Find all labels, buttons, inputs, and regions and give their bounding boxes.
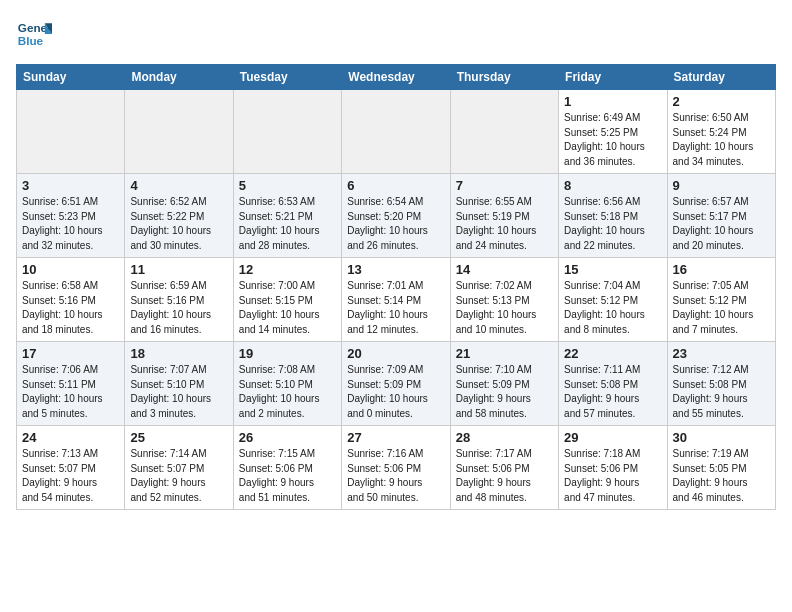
day-number: 8: [564, 178, 661, 193]
day-number: 5: [239, 178, 336, 193]
calendar-cell: 19Sunrise: 7:08 AM Sunset: 5:10 PM Dayli…: [233, 342, 341, 426]
weekday-header: Thursday: [450, 65, 558, 90]
calendar-cell: [125, 90, 233, 174]
day-info: Sunrise: 7:14 AM Sunset: 5:07 PM Dayligh…: [130, 447, 227, 505]
day-number: 24: [22, 430, 119, 445]
calendar-cell: 14Sunrise: 7:02 AM Sunset: 5:13 PM Dayli…: [450, 258, 558, 342]
day-info: Sunrise: 7:12 AM Sunset: 5:08 PM Dayligh…: [673, 363, 770, 421]
day-info: Sunrise: 6:56 AM Sunset: 5:18 PM Dayligh…: [564, 195, 661, 253]
day-number: 13: [347, 262, 444, 277]
calendar-row: 10Sunrise: 6:58 AM Sunset: 5:16 PM Dayli…: [17, 258, 776, 342]
day-number: 2: [673, 94, 770, 109]
calendar-cell: 2Sunrise: 6:50 AM Sunset: 5:24 PM Daylig…: [667, 90, 775, 174]
weekday-header: Sunday: [17, 65, 125, 90]
day-info: Sunrise: 7:08 AM Sunset: 5:10 PM Dayligh…: [239, 363, 336, 421]
day-number: 30: [673, 430, 770, 445]
calendar-cell: 4Sunrise: 6:52 AM Sunset: 5:22 PM Daylig…: [125, 174, 233, 258]
day-number: 1: [564, 94, 661, 109]
weekday-header: Saturday: [667, 65, 775, 90]
day-info: Sunrise: 7:15 AM Sunset: 5:06 PM Dayligh…: [239, 447, 336, 505]
logo: General Blue: [16, 16, 52, 52]
calendar-cell: [342, 90, 450, 174]
day-info: Sunrise: 6:50 AM Sunset: 5:24 PM Dayligh…: [673, 111, 770, 169]
calendar-cell: [17, 90, 125, 174]
day-info: Sunrise: 6:53 AM Sunset: 5:21 PM Dayligh…: [239, 195, 336, 253]
calendar-cell: 15Sunrise: 7:04 AM Sunset: 5:12 PM Dayli…: [559, 258, 667, 342]
day-number: 11: [130, 262, 227, 277]
day-number: 3: [22, 178, 119, 193]
calendar-cell: 21Sunrise: 7:10 AM Sunset: 5:09 PM Dayli…: [450, 342, 558, 426]
calendar-cell: 11Sunrise: 6:59 AM Sunset: 5:16 PM Dayli…: [125, 258, 233, 342]
day-number: 6: [347, 178, 444, 193]
day-number: 29: [564, 430, 661, 445]
calendar-cell: 26Sunrise: 7:15 AM Sunset: 5:06 PM Dayli…: [233, 426, 341, 510]
calendar-cell: [450, 90, 558, 174]
day-number: 4: [130, 178, 227, 193]
day-number: 7: [456, 178, 553, 193]
calendar-cell: 20Sunrise: 7:09 AM Sunset: 5:09 PM Dayli…: [342, 342, 450, 426]
day-number: 27: [347, 430, 444, 445]
calendar-cell: 27Sunrise: 7:16 AM Sunset: 5:06 PM Dayli…: [342, 426, 450, 510]
calendar-row: 17Sunrise: 7:06 AM Sunset: 5:11 PM Dayli…: [17, 342, 776, 426]
calendar-cell: 6Sunrise: 6:54 AM Sunset: 5:20 PM Daylig…: [342, 174, 450, 258]
day-number: 21: [456, 346, 553, 361]
day-info: Sunrise: 7:09 AM Sunset: 5:09 PM Dayligh…: [347, 363, 444, 421]
day-info: Sunrise: 7:10 AM Sunset: 5:09 PM Dayligh…: [456, 363, 553, 421]
day-number: 23: [673, 346, 770, 361]
day-info: Sunrise: 7:07 AM Sunset: 5:10 PM Dayligh…: [130, 363, 227, 421]
day-number: 22: [564, 346, 661, 361]
calendar-cell: 28Sunrise: 7:17 AM Sunset: 5:06 PM Dayli…: [450, 426, 558, 510]
day-info: Sunrise: 6:58 AM Sunset: 5:16 PM Dayligh…: [22, 279, 119, 337]
calendar-cell: 23Sunrise: 7:12 AM Sunset: 5:08 PM Dayli…: [667, 342, 775, 426]
svg-text:Blue: Blue: [18, 34, 44, 47]
calendar-cell: 8Sunrise: 6:56 AM Sunset: 5:18 PM Daylig…: [559, 174, 667, 258]
day-info: Sunrise: 7:17 AM Sunset: 5:06 PM Dayligh…: [456, 447, 553, 505]
day-info: Sunrise: 7:02 AM Sunset: 5:13 PM Dayligh…: [456, 279, 553, 337]
day-info: Sunrise: 6:49 AM Sunset: 5:25 PM Dayligh…: [564, 111, 661, 169]
calendar-cell: 22Sunrise: 7:11 AM Sunset: 5:08 PM Dayli…: [559, 342, 667, 426]
calendar-cell: 18Sunrise: 7:07 AM Sunset: 5:10 PM Dayli…: [125, 342, 233, 426]
day-number: 14: [456, 262, 553, 277]
weekday-header: Friday: [559, 65, 667, 90]
day-number: 12: [239, 262, 336, 277]
day-number: 28: [456, 430, 553, 445]
logo-icon: General Blue: [16, 16, 52, 52]
calendar-cell: 17Sunrise: 7:06 AM Sunset: 5:11 PM Dayli…: [17, 342, 125, 426]
day-info: Sunrise: 6:52 AM Sunset: 5:22 PM Dayligh…: [130, 195, 227, 253]
day-info: Sunrise: 7:18 AM Sunset: 5:06 PM Dayligh…: [564, 447, 661, 505]
day-info: Sunrise: 7:16 AM Sunset: 5:06 PM Dayligh…: [347, 447, 444, 505]
day-info: Sunrise: 6:57 AM Sunset: 5:17 PM Dayligh…: [673, 195, 770, 253]
calendar-cell: 5Sunrise: 6:53 AM Sunset: 5:21 PM Daylig…: [233, 174, 341, 258]
day-info: Sunrise: 7:04 AM Sunset: 5:12 PM Dayligh…: [564, 279, 661, 337]
day-info: Sunrise: 7:06 AM Sunset: 5:11 PM Dayligh…: [22, 363, 119, 421]
day-info: Sunrise: 7:01 AM Sunset: 5:14 PM Dayligh…: [347, 279, 444, 337]
calendar-cell: 30Sunrise: 7:19 AM Sunset: 5:05 PM Dayli…: [667, 426, 775, 510]
day-number: 26: [239, 430, 336, 445]
weekday-header: Tuesday: [233, 65, 341, 90]
calendar-cell: 24Sunrise: 7:13 AM Sunset: 5:07 PM Dayli…: [17, 426, 125, 510]
day-number: 17: [22, 346, 119, 361]
day-number: 18: [130, 346, 227, 361]
calendar-cell: [233, 90, 341, 174]
day-info: Sunrise: 7:11 AM Sunset: 5:08 PM Dayligh…: [564, 363, 661, 421]
calendar-cell: 12Sunrise: 7:00 AM Sunset: 5:15 PM Dayli…: [233, 258, 341, 342]
day-number: 20: [347, 346, 444, 361]
day-info: Sunrise: 7:19 AM Sunset: 5:05 PM Dayligh…: [673, 447, 770, 505]
day-number: 25: [130, 430, 227, 445]
day-info: Sunrise: 6:55 AM Sunset: 5:19 PM Dayligh…: [456, 195, 553, 253]
calendar-cell: 7Sunrise: 6:55 AM Sunset: 5:19 PM Daylig…: [450, 174, 558, 258]
calendar-row: 3Sunrise: 6:51 AM Sunset: 5:23 PM Daylig…: [17, 174, 776, 258]
day-info: Sunrise: 7:13 AM Sunset: 5:07 PM Dayligh…: [22, 447, 119, 505]
day-info: Sunrise: 6:51 AM Sunset: 5:23 PM Dayligh…: [22, 195, 119, 253]
day-info: Sunrise: 7:00 AM Sunset: 5:15 PM Dayligh…: [239, 279, 336, 337]
day-info: Sunrise: 7:05 AM Sunset: 5:12 PM Dayligh…: [673, 279, 770, 337]
weekday-header: Monday: [125, 65, 233, 90]
day-number: 15: [564, 262, 661, 277]
day-number: 9: [673, 178, 770, 193]
calendar-table: SundayMondayTuesdayWednesdayThursdayFrid…: [16, 64, 776, 510]
calendar-row: 24Sunrise: 7:13 AM Sunset: 5:07 PM Dayli…: [17, 426, 776, 510]
calendar-cell: 10Sunrise: 6:58 AM Sunset: 5:16 PM Dayli…: [17, 258, 125, 342]
page-header: General Blue: [16, 16, 776, 52]
day-number: 10: [22, 262, 119, 277]
calendar-cell: 13Sunrise: 7:01 AM Sunset: 5:14 PM Dayli…: [342, 258, 450, 342]
